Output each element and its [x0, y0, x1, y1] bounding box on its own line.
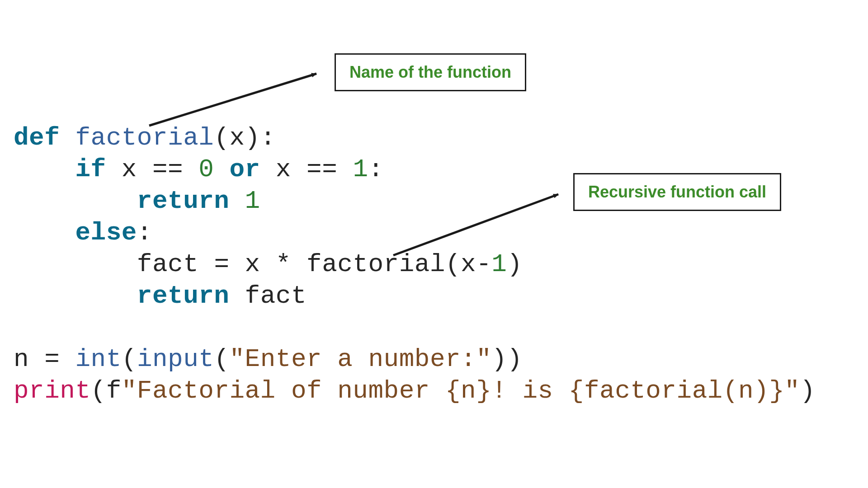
- code-text: )): [491, 345, 522, 374]
- code-snippet: def factorial(x): if x == 0 or x == 1: r…: [14, 122, 816, 407]
- code-text: [60, 123, 75, 152]
- code-text: (f: [91, 376, 122, 405]
- string-literal: ": [784, 376, 800, 405]
- kw-else: else: [75, 218, 137, 247]
- builtin-print: print: [14, 376, 91, 405]
- code-text: x: [260, 155, 307, 184]
- num-0: 0: [198, 155, 214, 184]
- code-indent: [14, 187, 137, 216]
- arrow-to-function-name: [149, 74, 316, 126]
- builtin-input: input: [137, 345, 214, 374]
- code-indent: [14, 218, 75, 247]
- code-text: :: [368, 155, 384, 184]
- code-indent: [14, 155, 75, 184]
- code-text: x: [106, 155, 152, 184]
- string-literal: ! is: [491, 376, 569, 405]
- kw-return: return: [137, 187, 230, 216]
- code-text: (: [214, 345, 229, 374]
- fstring-brace: {factorial(n)}: [569, 376, 784, 405]
- code-text: [291, 250, 307, 279]
- op-minus: -: [476, 250, 491, 279]
- code-text: fact: [229, 282, 307, 310]
- code-text: [214, 155, 229, 184]
- code-text: :: [137, 218, 152, 247]
- op-eq: =: [214, 250, 229, 279]
- op-eq: ==: [152, 155, 183, 184]
- code-indent: [14, 250, 137, 279]
- fn-name-factorial: factorial: [75, 123, 214, 152]
- recursive-call: factorial(x: [307, 250, 476, 279]
- code-text: [60, 345, 75, 374]
- op-eq: =: [44, 345, 60, 374]
- code-text: n: [14, 345, 44, 374]
- kw-or: or: [230, 155, 260, 184]
- op-eq: ==: [307, 155, 337, 184]
- num-1: 1: [353, 155, 368, 184]
- num-1: 1: [245, 187, 260, 216]
- code-text: (x):: [214, 123, 275, 152]
- fstring-brace: {n}: [445, 376, 491, 405]
- diagram-stage: Name of the function Recursive function …: [0, 0, 868, 488]
- string-literal: "Enter a number:": [230, 345, 492, 374]
- code-text: ): [507, 250, 522, 279]
- string-literal: "Factorial of number: [122, 376, 445, 405]
- kw-def: def: [14, 123, 60, 152]
- code-indent: [14, 282, 137, 310]
- builtin-int: int: [75, 345, 121, 374]
- code-text: [337, 155, 353, 184]
- code-text: [229, 187, 245, 216]
- op-star: *: [276, 250, 291, 279]
- callout-function-name: Name of the function: [335, 53, 526, 91]
- kw-return: return: [137, 282, 230, 310]
- num-1: 1: [491, 250, 507, 279]
- code-text: [183, 155, 198, 184]
- code-text: x: [229, 250, 275, 279]
- code-text: fact: [137, 250, 214, 279]
- kw-if: if: [75, 155, 106, 184]
- code-text: ): [800, 376, 815, 405]
- code-text: (: [122, 345, 137, 374]
